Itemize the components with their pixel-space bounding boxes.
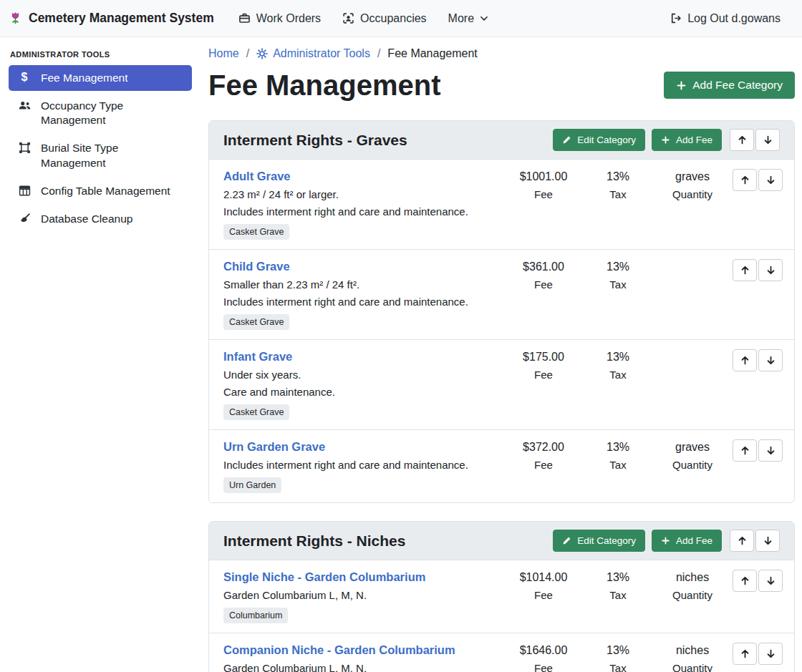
nav-more-label: More bbox=[448, 12, 474, 25]
breadcrumb-home-link[interactable]: Home bbox=[208, 47, 239, 60]
sidebar-item-burial-site-type[interactable]: Burial Site Type Management bbox=[9, 135, 192, 175]
breadcrumb-admin-tools-link[interactable]: Administrator Tools bbox=[256, 47, 370, 60]
fee-amount-label: Fee bbox=[506, 188, 581, 200]
edit-category-button[interactable]: Edit Category bbox=[553, 129, 645, 151]
fee-info: Single Niche - Garden Columbarium Garden… bbox=[223, 569, 506, 623]
move-category-up-button[interactable] bbox=[730, 129, 754, 151]
move-fee-down-button[interactable] bbox=[758, 570, 783, 592]
move-category-up-button[interactable] bbox=[730, 530, 754, 552]
fee-amount-col: $175.00 Fee bbox=[506, 349, 581, 420]
fee-quantity-label: Quantity bbox=[655, 459, 730, 471]
move-fee-up-button[interactable] bbox=[733, 439, 757, 462]
fee-quantity: graves bbox=[655, 441, 730, 454]
move-category-down-button[interactable] bbox=[755, 129, 780, 151]
sidebar-item-occupancy-type[interactable]: Occupancy Type Management bbox=[9, 93, 192, 133]
move-fee-down-button[interactable] bbox=[758, 643, 783, 665]
logout-link[interactable]: Log Out d.gowans bbox=[661, 6, 789, 31]
arrow-down-icon bbox=[765, 265, 776, 276]
arrow-up-icon bbox=[737, 535, 748, 546]
add-fee-button[interactable]: Add Fee bbox=[652, 129, 722, 151]
fee-tax-label: Tax bbox=[581, 662, 655, 672]
fee-tax-col: 13% Tax bbox=[581, 439, 655, 493]
move-fee-up-button[interactable] bbox=[733, 349, 757, 371]
fee-amount: $175.00 bbox=[506, 351, 581, 364]
move-fee-down-button[interactable] bbox=[758, 349, 783, 371]
fee-tax: 13% bbox=[581, 170, 655, 183]
fee-tax-label: Tax bbox=[581, 278, 655, 291]
fee-amount: $1001.00 bbox=[506, 170, 581, 183]
nav-work-orders[interactable]: Work Orders bbox=[230, 6, 329, 31]
nav-work-orders-label: Work Orders bbox=[256, 12, 321, 25]
fee-quantity-label: Quantity bbox=[655, 662, 730, 672]
fee-row: Urn Garden Grave Includes interment righ… bbox=[209, 429, 794, 502]
category-list: Interment Rights - Graves Edit Category … bbox=[208, 120, 795, 672]
fee-amount-col: $372.00 Fee bbox=[506, 439, 581, 493]
fee-amount-col: $1646.00 Fee bbox=[506, 642, 581, 672]
fee-info: Urn Garden Grave Includes interment righ… bbox=[223, 439, 506, 493]
sidebar-item-config-table[interactable]: Config Table Management bbox=[9, 178, 192, 204]
add-fee-button[interactable]: Add Fee bbox=[652, 530, 722, 552]
fee-type-badge: Urn Garden bbox=[223, 477, 281, 493]
fee-tax: 13% bbox=[581, 351, 655, 364]
fee-quantity-col: graves Quantity bbox=[655, 168, 730, 240]
fee-amount: $361.00 bbox=[506, 260, 581, 273]
fee-name-link[interactable]: Companion Niche - Garden Columbarium bbox=[223, 643, 455, 657]
add-fee-label: Add Fee bbox=[676, 535, 712, 546]
fee-amount-label: Fee bbox=[506, 589, 581, 601]
sidebar-item-fee-management[interactable]: $ Fee Management bbox=[9, 65, 192, 91]
fee-reorder-controls bbox=[730, 439, 783, 493]
fee-name-link[interactable]: Urn Garden Grave bbox=[223, 440, 325, 454]
edit-category-button[interactable]: Edit Category bbox=[553, 530, 645, 552]
move-category-down-button[interactable] bbox=[755, 530, 780, 552]
fee-amount-col: $1014.00 Fee bbox=[506, 569, 581, 623]
fee-quantity-label: Quantity bbox=[655, 589, 730, 601]
arrow-up-icon bbox=[740, 355, 750, 366]
fee-name-link[interactable]: Adult Grave bbox=[223, 170, 291, 183]
admin-sidebar: ADMINISTRATOR TOOLS $ Fee Management Occ… bbox=[0, 37, 200, 672]
vector-square-icon bbox=[17, 142, 32, 154]
move-fee-up-button[interactable] bbox=[733, 570, 757, 592]
primary-nav: Work Orders Occupancies More bbox=[230, 6, 497, 31]
move-fee-up-button[interactable] bbox=[733, 643, 757, 665]
fee-amount-label: Fee bbox=[506, 278, 581, 291]
add-fee-label: Add Fee bbox=[676, 135, 712, 145]
arrow-down-icon bbox=[765, 175, 776, 185]
breadcrumb-separator: / bbox=[377, 47, 380, 60]
fee-category-header: Interment Rights - Graves Edit Category … bbox=[209, 121, 794, 160]
top-navbar: Cemetery Management System Work Orders O… bbox=[0, 0, 802, 37]
fee-type-badge: Casket Grave bbox=[223, 224, 289, 240]
fee-info: Infant Grave Under six years. Care and m… bbox=[223, 349, 506, 420]
fee-name-link[interactable]: Child Grave bbox=[223, 260, 290, 273]
nav-more[interactable]: More bbox=[440, 6, 497, 31]
tulip-logo-icon bbox=[9, 11, 22, 25]
nav-occupancies[interactable]: Occupancies bbox=[334, 6, 435, 31]
fee-row: Child Grave Smaller than 2.23 m² / 24 ft… bbox=[209, 249, 794, 339]
move-fee-down-button[interactable] bbox=[758, 439, 783, 462]
fee-reorder-controls bbox=[730, 349, 783, 420]
move-fee-down-button[interactable] bbox=[758, 259, 783, 281]
arrow-up-icon bbox=[737, 135, 748, 145]
move-fee-up-button[interactable] bbox=[733, 259, 757, 281]
fee-quantity: niches bbox=[655, 571, 730, 584]
table-icon bbox=[17, 185, 32, 197]
fee-description-1: 2.23 m² / 24 ft² or larger. bbox=[223, 188, 501, 200]
brand-link[interactable]: Cemetery Management System bbox=[9, 11, 214, 26]
move-fee-up-button[interactable] bbox=[733, 169, 757, 191]
fee-tax-col: 13% Tax bbox=[581, 569, 655, 623]
move-fee-down-button[interactable] bbox=[758, 169, 783, 191]
brand-title: Cemetery Management System bbox=[29, 11, 214, 26]
fee-row: Infant Grave Under six years. Care and m… bbox=[209, 339, 794, 429]
sidebar-item-database-cleanup[interactable]: Database Cleanup bbox=[9, 206, 192, 232]
fee-name-link[interactable]: Infant Grave bbox=[223, 350, 292, 364]
plus-icon bbox=[661, 536, 670, 545]
fee-name-link[interactable]: Single Niche - Garden Columbarium bbox=[223, 570, 425, 584]
add-fee-category-button[interactable]: Add Fee Category bbox=[664, 72, 795, 99]
fee-info: Companion Niche - Garden Columbarium Gar… bbox=[223, 642, 506, 672]
fee-amount: $1014.00 bbox=[506, 571, 581, 584]
fee-amount-col: $361.00 Fee bbox=[506, 258, 581, 330]
edit-category-label: Edit Category bbox=[577, 535, 636, 546]
fee-quantity-col: niches Quantity bbox=[655, 569, 730, 623]
fee-tax: 13% bbox=[581, 571, 655, 584]
fee-category-title: Interment Rights - Graves bbox=[223, 132, 546, 149]
main-content: Home / Administrator Tools / Fee Managem… bbox=[200, 37, 802, 672]
